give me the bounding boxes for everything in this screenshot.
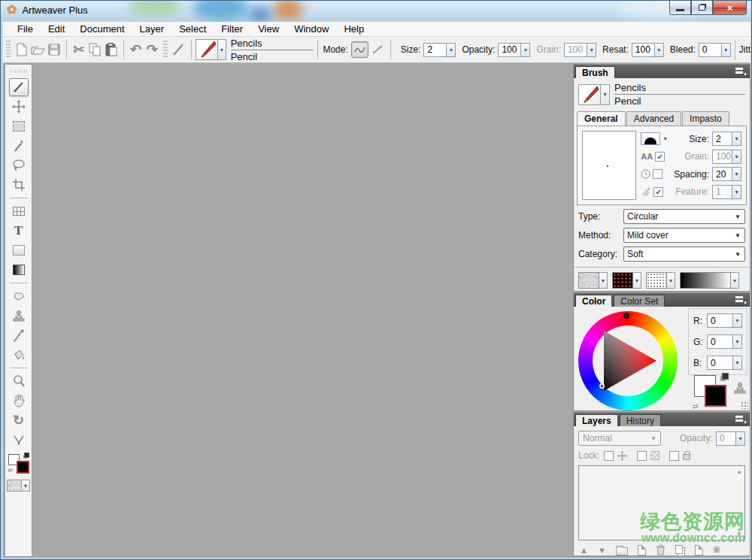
color-set-tab[interactable]: Color Set (614, 295, 665, 307)
new-document-button[interactable] (14, 41, 30, 59)
bleed-input[interactable] (699, 43, 721, 57)
brush-category-label[interactable]: Pencils (231, 38, 314, 50)
hue-ring-selector[interactable] (623, 313, 629, 319)
brush-panel-thumbnail[interactable] (578, 84, 601, 105)
menu-window[interactable]: Window (287, 22, 335, 36)
brush-panel-tab[interactable]: Brush (575, 66, 615, 78)
minimize-button[interactable] (669, 1, 691, 15)
pattern-texture-swatch[interactable] (612, 272, 633, 289)
copy-button[interactable] (87, 41, 104, 59)
hand-tool[interactable] (9, 392, 29, 410)
panel-resize-grip[interactable] (741, 401, 748, 409)
menu-select[interactable]: Select (172, 22, 213, 36)
paper-texture-swatch[interactable] (578, 272, 599, 289)
menu-edit[interactable]: Edit (41, 22, 71, 36)
title-bar[interactable]: ✿ Artweaver Plus × (1, 1, 752, 22)
menu-help[interactable]: Help (337, 22, 371, 36)
tab-impasto[interactable]: Impasto (682, 111, 729, 126)
r-input[interactable] (707, 313, 732, 328)
clone-stamp-tool[interactable] (9, 307, 29, 325)
g-dropdown[interactable]: ▼ (732, 334, 742, 349)
menu-document[interactable]: Document (73, 22, 131, 36)
brush-tool[interactable] (9, 78, 29, 96)
swap-colors-icon[interactable]: ⇄ (693, 403, 699, 410)
default-colors-icon[interactable] (722, 373, 729, 380)
tab-advanced[interactable]: Advanced (626, 111, 681, 126)
zoom-tool[interactable] (9, 372, 29, 390)
timing-checkbox[interactable] (653, 169, 663, 179)
shape-tool[interactable] (9, 241, 29, 259)
save-button[interactable] (47, 41, 63, 59)
new-group-button[interactable] (616, 547, 628, 555)
pattern-dropdown[interactable]: ▼ (22, 480, 30, 492)
gradient-swatch[interactable] (680, 272, 731, 289)
panel-spacing-input[interactable] (712, 167, 732, 181)
eraser-tool[interactable] (9, 287, 29, 305)
magic-wand-tool[interactable] (9, 137, 29, 155)
size-input[interactable] (423, 43, 446, 57)
layer-list[interactable]: ▲ ▼ (578, 465, 745, 540)
color-wheel[interactable] (578, 311, 678, 410)
brush-tool-button[interactable] (171, 41, 187, 59)
resat-dropdown[interactable]: ▼ (654, 43, 664, 57)
crop-tool[interactable] (9, 176, 29, 194)
restore-button[interactable] (691, 1, 713, 15)
type-combobox[interactable]: Circular▼ (623, 209, 745, 224)
menu-view[interactable]: View (251, 22, 286, 36)
panel-size-dropdown[interactable]: ▼ (732, 132, 741, 146)
resat-input[interactable] (632, 43, 654, 57)
size-dropdown[interactable]: ▼ (446, 43, 456, 57)
paste-button[interactable] (103, 41, 120, 59)
lasso-tool[interactable] (9, 156, 29, 174)
brush-tip-button[interactable] (641, 132, 660, 145)
antialias-checkbox[interactable]: ✔ (655, 152, 665, 162)
bleed-dropdown[interactable]: ▼ (721, 43, 731, 57)
b-input[interactable] (707, 356, 732, 370)
panel-menu-icon[interactable]: ▼ (735, 415, 747, 424)
panel-spacing-dropdown[interactable]: ▼ (732, 167, 741, 181)
undo-button[interactable]: ↶ (128, 41, 144, 59)
close-button[interactable]: × (713, 1, 747, 15)
duplicate-layer-button[interactable] (675, 545, 683, 554)
opacity-input[interactable] (498, 43, 520, 57)
color-stamp-icon[interactable] (733, 382, 747, 394)
menu-file[interactable]: File (11, 22, 40, 36)
new-layer-button[interactable] (638, 545, 646, 555)
method-combobox[interactable]: Mild cover▼ (623, 228, 745, 243)
stipple-texture-dropdown[interactable]: ▼ (667, 272, 675, 289)
brush-picker-dropdown[interactable]: ▼ (218, 39, 226, 60)
eyedropper-tool[interactable] (9, 326, 29, 344)
opacity-dropdown[interactable]: ▼ (520, 43, 530, 57)
delete-layer-button[interactable] (656, 544, 666, 555)
triangle-selector[interactable] (599, 383, 605, 389)
panel-menu-icon[interactable]: ▼ (735, 295, 747, 304)
scroll-down-arrow[interactable]: ▼ (736, 531, 742, 537)
color-panel-tab[interactable]: Color (575, 295, 612, 307)
r-dropdown[interactable]: ▼ (732, 313, 742, 328)
current-brush-thumbnail[interactable] (196, 39, 218, 60)
rotate-view-tool[interactable]: ↻ (9, 411, 29, 429)
brush-variant-label[interactable]: Pencil (231, 50, 314, 62)
pattern-swatch[interactable] (7, 480, 22, 492)
category-combobox[interactable]: Soft▼ (623, 247, 745, 262)
palette-drag-handle[interactable] (11, 69, 27, 73)
background-color-swatch-selected[interactable] (17, 461, 29, 474)
rectangular-selection-tool[interactable] (9, 117, 29, 135)
brush-panel-category[interactable]: Pencils (614, 82, 745, 95)
open-document-button[interactable] (30, 41, 47, 59)
move-layer-down-button[interactable]: ▼ (598, 546, 606, 555)
symmetry-tool[interactable] (9, 431, 29, 449)
cut-button[interactable]: ✂ (71, 41, 87, 59)
layer-settings-gear-icon[interactable]: ❋ (713, 544, 721, 555)
toolbar-drag-handle[interactable] (163, 41, 168, 59)
pattern-texture-dropdown[interactable]: ▼ (633, 272, 641, 289)
chevron-down-icon[interactable]: ▼ (663, 136, 668, 141)
brush-panel-picker-dropdown[interactable]: ▼ (601, 84, 610, 105)
text-tool[interactable]: T (9, 222, 29, 240)
history-tab[interactable]: History (620, 414, 661, 426)
menu-layer[interactable]: Layer (133, 22, 171, 36)
move-tool[interactable] (9, 98, 29, 116)
tab-general[interactable]: General (577, 111, 626, 126)
default-colors-icon[interactable] (24, 453, 29, 458)
panel-size-input[interactable] (712, 132, 732, 146)
